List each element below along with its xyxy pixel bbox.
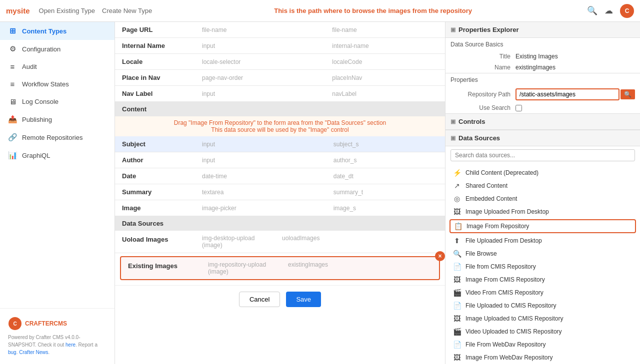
cancel-button[interactable]: Cancel [239,292,280,307]
image-desktop-icon: 🖼 [452,208,462,216]
close-existing-btn[interactable]: × [435,251,445,261]
controls-toggle-icon: ▣ [450,118,456,125]
save-button[interactable]: Save [286,292,321,307]
field-type-author: input [195,152,326,168]
field-type-locale: locale-selector [195,54,325,70]
field-type-image: image-picker [195,200,326,216]
datasource-item-image-upload-cmis[interactable]: 🖼 Image Uploaded to CMIS Repository [446,312,640,325]
controls-header-label: Controls [458,118,485,125]
sidebar-item-audit[interactable]: ≡ Audit [0,58,114,75]
user-avatar[interactable]: C [620,4,634,18]
datasource-item-video-cmis[interactable]: 🎬 Video From CMIS Repository [446,286,640,299]
datasource-search-container [446,146,640,164]
file-webdav-icon: 📄 [452,341,462,349]
content-types-icon: ⊞ [8,26,17,35]
main-area: Page URL file-name file-name Internal Na… [115,22,640,364]
datasource-item-image-cmis[interactable]: 🖼 Image From CMIS Repository [446,273,640,286]
sidebar-item-remote-repos[interactable]: 🔗 Remote Repositories [0,128,114,146]
publishing-icon: 📤 [8,115,17,124]
video-cmis-icon: 🎬 [452,289,462,297]
field-label-image: Image [115,200,195,216]
datasources-panel-header[interactable]: ▣ Data Sources [446,130,640,146]
field-id-pageurl: file-name [325,22,445,38]
news-link[interactable]: Crafter News [19,350,48,355]
sidebar: ⊞ Content Types ⚙ Configuration ≡ Audit … [0,22,115,364]
datasource-search-input[interactable] [450,149,635,161]
file-desktop-icon: ⬆ [452,237,462,245]
sidebar-item-publishing-label: Publishing [22,116,52,123]
topbar: mysite Open Existing Type Create New Typ… [0,0,640,22]
ds-item-label: Image From WebDav Repository [466,354,553,361]
crafter-logo-icon: C [8,317,22,331]
use-search-label: Use Search [450,104,516,111]
basics-header: Data Source Basics [446,38,640,51]
configuration-icon: ⚙ [8,44,17,53]
ds-item-label: File Uploaded From Desktop [466,237,542,244]
datasource-item-image-desktop[interactable]: 🖼 Image Uploaded From Desktop [446,205,640,218]
datasource-id-upload: uoloadImages [282,235,320,242]
table-row-date: Date date-time date_dt [115,168,445,184]
topbar-icons: 🔍 ☁ C [587,4,634,18]
sidebar-item-graphiql[interactable]: 📊 GraphiQL [0,146,114,164]
field-id-author: author_s [326,152,445,168]
field-type-subject: input [195,136,326,152]
field-label-summary: Summary [115,184,195,200]
open-existing-type-link[interactable]: Open Existing Type [39,7,96,14]
sidebar-item-content-types[interactable]: ⊞ Content Types [0,22,114,40]
file-browse-icon: 🔍 [452,250,462,258]
field-id-date: date_dt [326,168,445,184]
sidebar-item-log-console[interactable]: 🖥 Log Console [0,93,114,110]
datasource-row-existing[interactable]: Existing Images img-repository-upload (i… [120,256,440,280]
repo-search-button[interactable]: 🔍 [620,89,635,99]
datasource-item-image-repo[interactable]: 📋 Image From Repository [450,219,636,233]
properties-explorer-header[interactable]: ▣ Properties Explorer [446,22,640,38]
here-link[interactable]: here [66,342,76,348]
datasource-item-file-webdav[interactable]: 📄 File From WebDav Repository [446,338,640,351]
datasources-panel-label: Data Sources [458,134,500,142]
datasource-item-embedded-content[interactable]: ◎ Embedded Content [446,192,640,205]
datasource-row-upload[interactable]: Uoload Images img-desktop-upload (image)… [115,231,445,253]
use-search-checkbox[interactable] [516,105,522,111]
field-label-author: Author [115,152,195,168]
datasource-item-image-webdav[interactable]: 🖼 Image From WebDav Repository [446,351,640,364]
datasource-item-file-desktop[interactable]: ⬆ File Uploaded From Desktop [446,234,640,247]
sidebar-item-graphiql-label: GraphiQL [22,152,50,159]
properties-header: Properties [446,73,640,86]
sidebar-item-workflow-states[interactable]: ≡ Workflow States [0,75,114,93]
datasources-header-label: Data Sources [122,220,164,227]
field-label-date: Date [115,168,195,184]
sidebar-item-configuration[interactable]: ⚙ Configuration [0,40,114,58]
field-id-navlabel: navLabel [325,86,445,102]
datasource-item-video-upload-cmis[interactable]: 🎬 Video Uploaded to CMIS Repository [446,325,640,338]
form-fields-table: Page URL file-name file-name Internal Na… [115,22,445,102]
search-icon[interactable]: 🔍 [587,5,598,16]
datasource-type-upload: img-desktop-upload [202,235,272,242]
table-row-subject: Subject input subject_s [115,136,445,152]
repo-path-input[interactable] [516,88,620,100]
datasource-item-file-cmis[interactable]: 📄 File from CMIS Repository [446,260,640,273]
create-new-type-link[interactable]: Create New Type [102,7,152,14]
bug-link[interactable]: bug [8,350,16,355]
video-upload-cmis-icon: 🎬 [452,328,462,336]
ds-item-label: Video Uploaded to CMIS Repository [466,328,562,335]
sidebar-item-audit-label: Audit [22,63,37,70]
audit-icon: ≡ [8,62,17,71]
prop-value-name: existingImages [516,64,635,71]
cloud-icon[interactable]: ☁ [604,5,613,16]
datasource-id-existing: existingImages [288,261,328,268]
datasource-item-shared-content[interactable]: ↗ Shared Content [446,179,640,192]
ds-item-label: File from CMIS Repository [466,263,536,270]
sidebar-item-remote-label: Remote Repositories [22,134,82,141]
field-label-internalname: Internal Name [115,38,195,54]
controls-header[interactable]: ▣ Controls [446,114,640,130]
datasource-item-file-upload-cmis[interactable]: 📄 File Uploaded to CMIS Repository [446,299,640,312]
table-row: Internal Name input internal-name [115,38,445,54]
sidebar-item-publishing[interactable]: 📤 Publishing [0,110,114,128]
ds-item-label: Image From Repository [466,223,529,230]
datasources-section-header: Data Sources [115,216,445,231]
table-row: Nav Label input navLabel [115,86,445,102]
file-cmis-icon: 📄 [452,263,462,271]
datasource-item-file-browse[interactable]: 🔍 File Browse [446,247,640,260]
file-upload-cmis-icon: 📄 [452,302,462,310]
datasource-item-child-content[interactable]: ⚡ Child Content (Deprecated) [446,166,640,179]
